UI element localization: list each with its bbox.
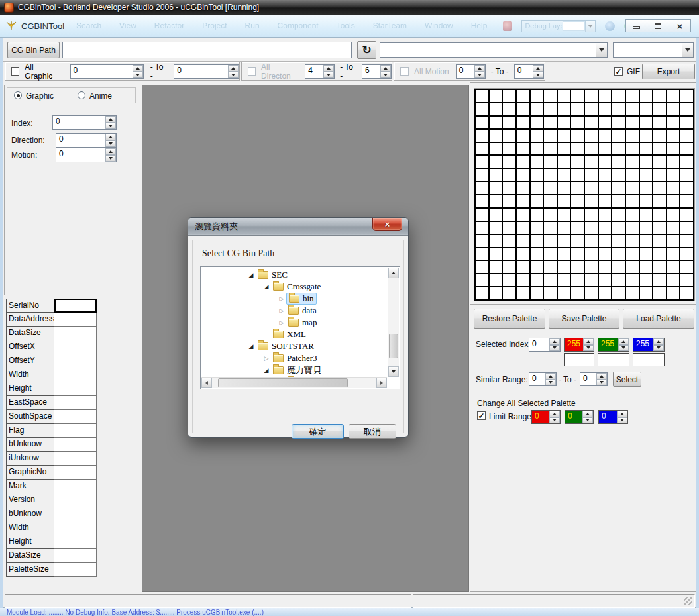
palette-cell[interactable] bbox=[531, 195, 543, 207]
palette-cell[interactable] bbox=[490, 103, 502, 115]
palette-cell[interactable] bbox=[503, 103, 515, 115]
palette-cell[interactable] bbox=[640, 117, 653, 128]
palette-cell[interactable] bbox=[517, 169, 529, 181]
palette-cell[interactable] bbox=[653, 287, 666, 299]
tree-item-content[interactable]: SOFTSTAR bbox=[256, 341, 316, 352]
palette-cell[interactable] bbox=[585, 261, 598, 273]
palette-cell[interactable] bbox=[640, 130, 653, 142]
minimize-button[interactable] bbox=[625, 19, 647, 32]
palette-cell[interactable] bbox=[558, 143, 570, 155]
field-name-cell[interactable]: GraphicNo bbox=[6, 466, 54, 480]
palette-cell[interactable] bbox=[653, 156, 666, 168]
vertical-scroll-thumb[interactable] bbox=[389, 334, 398, 358]
palette-cell[interactable] bbox=[626, 156, 639, 168]
palette-cell[interactable] bbox=[544, 90, 557, 102]
palette-cell[interactable] bbox=[544, 130, 557, 142]
spin-down-button[interactable] bbox=[582, 417, 593, 424]
palette-cell[interactable] bbox=[531, 117, 543, 128]
palette-cell[interactable] bbox=[640, 222, 653, 234]
palette-cell[interactable] bbox=[599, 287, 612, 299]
selected-index-value[interactable]: 0 bbox=[529, 338, 549, 351]
spin-up-button[interactable] bbox=[105, 116, 116, 123]
palette-cell[interactable] bbox=[640, 195, 653, 207]
palette-cell[interactable] bbox=[680, 287, 693, 299]
palette-cell[interactable] bbox=[667, 143, 680, 155]
palette-cell[interactable] bbox=[476, 117, 488, 128]
motion-to-spinner[interactable]: 0 bbox=[514, 64, 544, 79]
palette-cell[interactable] bbox=[653, 195, 666, 207]
tree-selected-item[interactable]: bin bbox=[286, 293, 317, 305]
palette-cell[interactable] bbox=[544, 195, 557, 207]
debug-layout-combo[interactable]: Debug Layout bbox=[521, 20, 596, 32]
field-name-cell[interactable]: Width bbox=[6, 521, 54, 535]
palette-cell[interactable] bbox=[640, 103, 653, 115]
palette-cell[interactable] bbox=[585, 274, 598, 286]
palette-cell[interactable] bbox=[653, 261, 666, 273]
palette-cell[interactable] bbox=[517, 261, 529, 273]
palette-cell[interactable] bbox=[531, 287, 543, 299]
palette-cell[interactable] bbox=[558, 274, 570, 286]
direction-from-spinner[interactable]: 4 bbox=[305, 64, 335, 79]
load-palette-button[interactable]: Load Palette bbox=[623, 309, 694, 329]
field-name-cell[interactable]: PaletteSize bbox=[6, 563, 54, 577]
red-value[interactable]: 255 bbox=[565, 338, 583, 351]
palette-cell[interactable] bbox=[490, 130, 502, 142]
palette-cell[interactable] bbox=[503, 274, 515, 286]
palette-cell[interactable] bbox=[476, 103, 488, 115]
spin-up-button[interactable] bbox=[474, 65, 485, 72]
palette-cell[interactable] bbox=[558, 169, 570, 181]
palette-cell[interactable] bbox=[680, 90, 693, 102]
palette-cell[interactable] bbox=[503, 182, 515, 194]
palette-cell[interactable] bbox=[544, 169, 557, 181]
resize-grip[interactable] bbox=[684, 597, 692, 605]
palette-cell[interactable] bbox=[612, 117, 625, 128]
palette-cell[interactable] bbox=[517, 143, 529, 155]
combo-arrow-icon[interactable] bbox=[585, 21, 595, 32]
palette-cell[interactable] bbox=[667, 195, 680, 207]
palette-cell[interactable] bbox=[626, 209, 639, 221]
palette-cell[interactable] bbox=[544, 274, 557, 286]
tree-item-content[interactable]: map bbox=[286, 317, 319, 328]
limit-blue-spinner[interactable]: 0 bbox=[598, 410, 628, 424]
spin-down-button[interactable] bbox=[618, 345, 629, 352]
palette-cell[interactable] bbox=[653, 169, 666, 181]
direction-value[interactable]: 0 bbox=[56, 134, 105, 147]
tree-item-content[interactable]: Crossgate bbox=[271, 282, 323, 292]
palette-cell[interactable] bbox=[626, 248, 639, 260]
palette-cell[interactable] bbox=[517, 274, 529, 286]
horizontal-scrollbar[interactable] bbox=[201, 377, 387, 388]
palette-cell[interactable] bbox=[599, 103, 612, 115]
palette-cell[interactable] bbox=[531, 90, 543, 102]
restore-button[interactable] bbox=[647, 19, 669, 32]
palette-cell[interactable] bbox=[531, 182, 543, 194]
palette-cell[interactable] bbox=[490, 248, 502, 260]
field-name-cell[interactable]: bUnknow bbox=[6, 438, 54, 452]
palette-cell[interactable] bbox=[612, 195, 625, 207]
palette-cell[interactable] bbox=[531, 156, 543, 168]
palette-cell[interactable] bbox=[490, 209, 502, 221]
combo-arrow-icon[interactable] bbox=[682, 43, 693, 57]
combo-arrow-icon[interactable] bbox=[596, 43, 607, 57]
palette-cell[interactable] bbox=[640, 235, 653, 247]
palette-cell[interactable] bbox=[544, 209, 557, 221]
palette-cell[interactable] bbox=[503, 90, 515, 102]
save-palette-button[interactable]: Save Palette bbox=[549, 309, 619, 329]
palette-cell[interactable] bbox=[612, 130, 625, 142]
palette-cell[interactable] bbox=[626, 182, 639, 194]
palette-cell[interactable] bbox=[544, 248, 557, 260]
field-value-cell[interactable] bbox=[54, 452, 97, 466]
direction-from-value[interactable]: 4 bbox=[305, 65, 323, 78]
palette-cell[interactable] bbox=[680, 235, 693, 247]
palette-cell[interactable] bbox=[667, 248, 680, 260]
palette-cell[interactable] bbox=[585, 248, 598, 260]
palette-cell[interactable] bbox=[612, 248, 625, 260]
spin-up-button[interactable] bbox=[533, 65, 543, 72]
anime-radio[interactable] bbox=[78, 91, 85, 99]
limit-blue-value[interactable]: 0 bbox=[599, 411, 617, 423]
palette-cell[interactable] bbox=[612, 261, 625, 273]
menu-item-search[interactable]: Search bbox=[76, 21, 101, 30]
select-button[interactable]: Select bbox=[613, 372, 641, 387]
cg-bin-path-input[interactable] bbox=[62, 42, 352, 58]
spin-down-button[interactable] bbox=[583, 345, 594, 352]
palette-cell[interactable] bbox=[503, 169, 515, 181]
